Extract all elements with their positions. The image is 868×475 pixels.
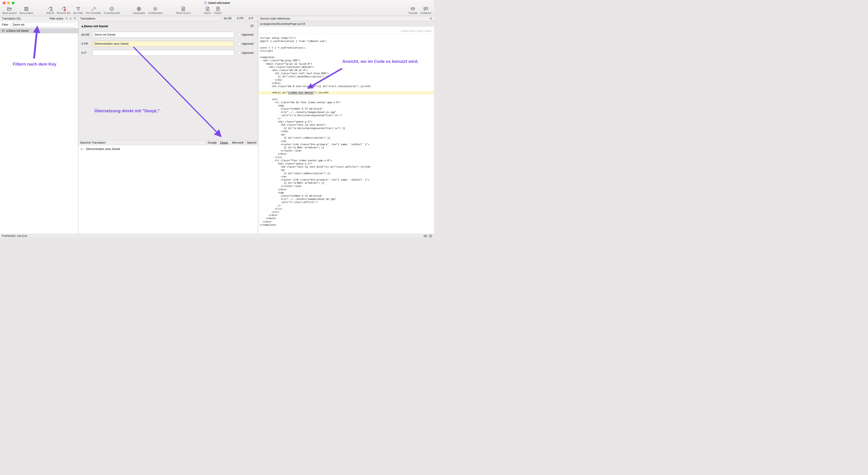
code-line: {{ $t("a.Mehr erfahren") }}	[258, 181, 434, 184]
window-chrome: b babel-edit.babel Open projectSave proj…	[0, 0, 434, 16]
funnel-icon[interactable]	[73, 17, 76, 20]
close-window-button[interactable]	[3, 2, 5, 4]
toolbar-consistency-ai[interactable]: ConsistencyAI	[104, 6, 120, 14]
translations-title: Translations	[80, 17, 96, 20]
translation-input-it-IT[interactable]	[92, 50, 234, 56]
minimize-window-button[interactable]	[7, 2, 10, 4]
code-line: {{ $t("start.ukDescription") }}	[258, 172, 434, 175]
toolbar-label: Export	[214, 11, 221, 14]
code-line: />	[258, 204, 434, 207]
code-line: </div>	[258, 152, 434, 156]
translation-ids-title: Translation IDs	[2, 17, 21, 20]
app-document-icon: b	[204, 1, 207, 5]
translation-id-item[interactable]: a.Demo mit Daniel	[0, 28, 78, 33]
machine-translation-header: Machine Translation GoogleDeepLMicrosoft…	[78, 140, 258, 145]
clear-filter-icon[interactable]: ✕	[69, 17, 72, 20]
code-line: </template>	[258, 224, 434, 227]
mt-provider-openai[interactable]: OpenAI	[245, 140, 258, 145]
code-line	[258, 88, 434, 91]
editor-hint-row: Double-click to open in editor	[258, 27, 434, 34]
mt-suggestion-text: Démonstration avec Daniel	[86, 147, 120, 150]
toolbar-label: Open project	[2, 11, 17, 14]
approved-checkbox-de-DE[interactable]	[237, 33, 240, 36]
comment-toggle-icon[interactable]	[250, 24, 254, 28]
code-line: <h1 class="text-left text-blue-900">	[258, 72, 434, 75]
approved-label: Approved	[242, 51, 253, 55]
code-line: :alt="t('a.Versicherungsvermittler/-in')…	[258, 114, 434, 117]
toolbar-languages[interactable]: Languages	[133, 6, 145, 14]
tab-it-IT[interactable]: it-IT	[246, 16, 256, 21]
code-line: </p>	[258, 175, 434, 178]
code-line: <img	[258, 191, 434, 194]
mt-suggestion[interactable]: ⌘1 Démonstration avec Daniel	[78, 145, 258, 150]
source-doc-icon	[181, 6, 186, 11]
code-line: src="../../assets/images/mood_vv.jpg"	[258, 111, 434, 114]
source-code-view: <script setup lang="ts">import { useTran…	[258, 34, 434, 234]
translation-row: it-ITApproved	[82, 50, 258, 56]
toolbar-save-project[interactable]: Save project	[19, 6, 33, 14]
toolbar-label: Remove IDs	[57, 11, 71, 14]
toolbar-configuration[interactable]: Configuration	[148, 6, 163, 14]
toolbar-feedback[interactable]: Feedback	[421, 6, 431, 14]
framework-label: Framework: vue-json	[2, 234, 27, 238]
zoom-window-button[interactable]	[12, 2, 14, 4]
toolbar-label: Tutorials	[408, 11, 417, 14]
close-icon[interactable]: ✕	[430, 17, 432, 20]
toolbar-set-filter[interactable]: Set Filter	[73, 6, 83, 14]
mt-provider-deepl[interactable]: DeepL	[218, 140, 230, 145]
machine-translation-content: ⌘1 Démonstration avec Daniel	[78, 145, 258, 234]
import-icon	[205, 6, 210, 11]
translation-ids-panel: Translation IDs Filter active ✕ Filter: …	[0, 16, 78, 234]
tab-fr-FR[interactable]: fr-FR	[234, 16, 246, 21]
translations-panel: Translations de-DEfr-FRit-IT a.Demo mit …	[78, 16, 258, 234]
language-tabs: de-DEfr-FRit-IT	[221, 16, 256, 21]
approved-checkbox-it-IT[interactable]	[237, 51, 240, 55]
refresh-icon[interactable]	[65, 17, 68, 20]
toolbar: Open projectSave projectAdd IDRemove IDs…	[0, 6, 434, 16]
highlighted-translation-key[interactable]: a.Demo mit Daniel	[288, 91, 314, 94]
status-icons	[424, 234, 432, 238]
code-line: <div class="container-medium">	[258, 66, 434, 69]
tutorials-icon	[410, 6, 415, 11]
translation-row: fr-FRApproved	[82, 41, 258, 47]
toolbar-tutorials[interactable]: Tutorials	[408, 6, 417, 14]
traffic-lights	[3, 2, 14, 4]
approved-checkbox-fr-FR[interactable]	[237, 42, 240, 45]
toolbar-label: Configuration	[148, 11, 163, 14]
toolbar-open-project[interactable]: Open project	[2, 6, 17, 14]
source-reference-path[interactable]: src/pages/start/GuestStartPage.vue:18	[258, 21, 434, 27]
toolbar-label: Add ID	[46, 11, 54, 14]
toolbar-export[interactable]: Export	[214, 6, 222, 14]
toolbar-pre-translate[interactable]: Pre-Translate	[86, 6, 101, 14]
toolbar-remove-ids[interactable]: Remove IDs	[57, 6, 71, 14]
filter-row: Filter:	[0, 21, 78, 28]
approved-group: Approved	[237, 33, 253, 36]
code-line	[258, 43, 434, 46]
display-icon[interactable]	[429, 234, 432, 238]
export-icon	[215, 6, 220, 11]
code-line: </div>	[258, 220, 434, 224]
toolbar-add-id[interactable]: Add ID	[46, 6, 54, 14]
keyboard-icon[interactable]	[424, 234, 427, 238]
toolbar-show-source[interactable]: Show source	[176, 6, 190, 14]
filter-input[interactable]	[10, 22, 76, 27]
language-label: it-IT	[82, 51, 91, 55]
code-line: <div class="pb-10 pt-4">	[258, 69, 434, 72]
code-line: <p>	[258, 169, 434, 172]
translation-input-fr-FR[interactable]	[92, 41, 234, 47]
code-line: <div class="space-y-2">	[258, 120, 434, 124]
mt-provider-microsoft[interactable]: Microsoft	[230, 140, 245, 145]
code-line: </router-link>	[258, 149, 434, 152]
toolbar-label: Import	[204, 11, 211, 14]
toolbar-label: ConsistencyAI	[104, 11, 120, 14]
code-line: </li>	[258, 156, 434, 159]
translation-input-de-DE[interactable]	[92, 32, 234, 38]
code-line: <script setup lang="ts">	[258, 36, 434, 40]
tab-de-DE[interactable]: de-DE	[221, 16, 234, 21]
mt-provider-google[interactable]: Google	[206, 140, 218, 145]
code-line: </div>	[258, 188, 434, 191]
toolbar-import[interactable]: Import	[204, 6, 211, 14]
code-line: </p>	[258, 140, 434, 143]
code-line: <li class="flex items-center gap-x-8">	[258, 159, 434, 162]
code-line: :alt="t('start.ukTitle')"	[258, 201, 434, 204]
